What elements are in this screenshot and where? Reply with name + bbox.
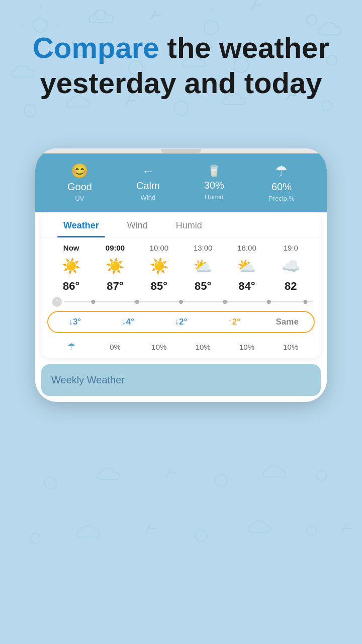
precip-value: 60% — [272, 181, 292, 193]
svg-point-31 — [304, 300, 308, 304]
uv-value: Good — [67, 181, 92, 193]
phone-notch — [161, 149, 201, 153]
precip-0900: 10% — [137, 343, 181, 351]
icon-0900: ☀️ — [93, 257, 137, 275]
svg-point-21 — [195, 530, 207, 542]
temp-row: 86° 87° 85° 85° 84° 82 — [41, 278, 321, 295]
comparison-row: ↓3° ↓4° ↓2° ↑2° Same — [47, 311, 315, 333]
compare-text: Compare — [33, 31, 159, 64]
phone-mockup: 😊 Good UV ← Calm Wind 🥛 30% Humid ☂ 60% … — [35, 148, 327, 402]
phone-topbar — [35, 148, 327, 153]
time-1300: 13:00 — [181, 244, 225, 252]
svg-point-20 — [30, 533, 40, 543]
precip-1300: 10% — [225, 343, 268, 351]
svg-point-9 — [307, 15, 317, 25]
temp-now: 86° — [49, 280, 93, 293]
weekly-weather-section: Weekly Weather — [41, 364, 321, 396]
subtitle-text: yesterday and today — [40, 66, 322, 99]
tab-bar: Weather Wind Humid — [41, 212, 321, 237]
compare-1300: ↑2° — [208, 317, 261, 327]
temp-1900: 82 — [269, 280, 313, 293]
weekly-weather-title: Weekly Weather — [51, 374, 311, 386]
time-1900: 19:0 — [269, 244, 313, 252]
svg-text:˅: ˅ — [56, 299, 58, 305]
precip-1600: 10% — [269, 343, 313, 351]
icon-1600: ⛅ — [225, 257, 268, 275]
svg-point-27 — [135, 300, 139, 304]
icon-1300: ⛅ — [181, 257, 225, 275]
svg-point-16 — [322, 101, 332, 111]
uv-label: UV — [75, 195, 84, 202]
svg-point-5 — [96, 10, 106, 20]
precip-now: 0% — [93, 343, 137, 351]
temp-1000: 85° — [137, 280, 181, 293]
precip-header-icon: ☂ — [275, 163, 288, 179]
svg-point-19 — [317, 470, 327, 480]
compare-1000: ↓2° — [154, 317, 208, 327]
humid-stat: 🥛 30% Humid — [204, 165, 224, 201]
weather-stats: 😊 Good UV ← Calm Wind 🥛 30% Humid ☂ 60% … — [45, 163, 317, 202]
wind-stat: ← Calm Wind — [136, 164, 160, 201]
icon-1000: ☀️ — [137, 257, 181, 275]
svg-point-17 — [44, 477, 56, 489]
temp-0900: 87° — [93, 280, 137, 293]
the-weather-text: the weather — [159, 31, 329, 64]
precip-umbrella-icon: ☂ — [49, 341, 93, 352]
wind-icon: ← — [142, 164, 154, 178]
tab-weather[interactable]: Weather — [49, 212, 113, 237]
svg-point-26 — [91, 300, 95, 304]
svg-point-29 — [223, 300, 227, 304]
weather-header: 😊 Good UV ← Calm Wind 🥛 30% Humid ☂ 60% … — [35, 153, 327, 212]
time-now: Now — [49, 244, 93, 252]
svg-point-28 — [179, 300, 183, 304]
icon-1900: ☁️ — [269, 257, 313, 275]
header-section: Compare the weather yesterday and today — [0, 30, 362, 100]
humid-icon: 🥛 — [207, 165, 221, 178]
svg-point-18 — [215, 474, 227, 487]
precip-row: ☂ 0% 10% 10% 10% 10% — [41, 337, 321, 352]
uv-stat: 😊 Good UV — [67, 163, 92, 202]
time-row: Now 09:00 10:00 13:00 16:00 19:0 — [41, 237, 321, 254]
content-card: Weather Wind Humid Now 09:00 10:00 13:00… — [41, 212, 321, 358]
compare-now: ↓3° — [48, 317, 102, 327]
precip-stat: ☂ 60% Precip.% — [268, 163, 295, 202]
svg-point-14 — [24, 105, 36, 117]
temp-1300: 85° — [181, 280, 225, 293]
svg-point-15 — [174, 101, 188, 115]
humid-label: Humid — [205, 193, 224, 201]
precip-1000: 10% — [181, 343, 225, 351]
time-1600: 16:00 — [225, 244, 268, 252]
wind-value: Calm — [136, 180, 160, 192]
humid-value: 30% — [204, 180, 224, 191]
temp-1600: 84° — [225, 280, 268, 293]
time-1000: 10:00 — [137, 244, 181, 252]
precip-label: Precip.% — [268, 195, 295, 202]
temperature-graph: ˅ — [49, 297, 313, 307]
svg-point-30 — [267, 300, 271, 304]
compare-0900: ↓4° — [102, 317, 155, 327]
uv-icon: 😊 — [71, 163, 88, 179]
wind-label: Wind — [141, 194, 156, 201]
compare-1600: Same — [260, 317, 314, 327]
icon-now: ☀️ — [49, 257, 93, 275]
svg-point-22 — [307, 526, 317, 536]
tab-humid[interactable]: Humid — [162, 212, 216, 237]
tab-wind[interactable]: Wind — [113, 212, 162, 237]
weather-icons-row: ☀️ ☀️ ☀️ ⛅ ⛅ ☁️ — [41, 254, 321, 278]
time-0900: 09:00 — [93, 244, 137, 252]
